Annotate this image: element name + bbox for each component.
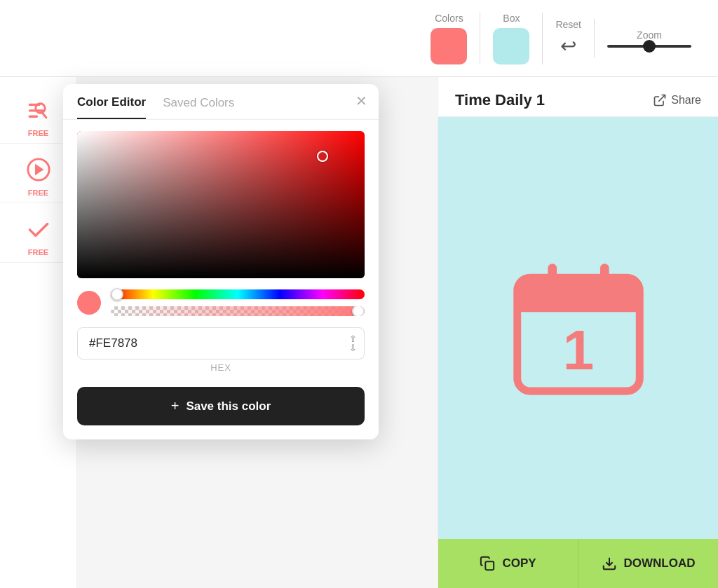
copy-label: COPY — [502, 556, 536, 570]
hex-label: HEX — [63, 362, 379, 373]
sliders-col — [111, 289, 365, 316]
hue-slider[interactable] — [111, 289, 365, 299]
svg-rect-2 — [28, 116, 37, 118]
hex-arrows[interactable]: ⇧ ⇩ — [342, 334, 364, 353]
svg-rect-8 — [600, 264, 609, 287]
list-icon — [21, 93, 56, 128]
svg-rect-10 — [486, 561, 494, 570]
svg-rect-7 — [548, 264, 557, 287]
colors-button[interactable] — [431, 28, 467, 64]
alpha-slider-wrap — [111, 306, 365, 316]
box-button[interactable] — [493, 28, 529, 64]
copy-button[interactable]: COPY — [438, 539, 578, 588]
box-label: Box — [503, 13, 520, 24]
panel-title: Time Daily 1 — [455, 91, 545, 109]
colors-section: Colors — [418, 13, 480, 64]
tab-color-editor[interactable]: Color Editor — [77, 95, 146, 119]
sidebar-item-list-badge: FREE — [28, 129, 48, 137]
reset-icon[interactable]: ↩ — [560, 34, 576, 57]
icon-preview-area: 1 — [438, 117, 718, 539]
sliders-wrap — [63, 278, 379, 316]
toolbar: Colors Box Reset ↩ Zoom — [0, 0, 718, 77]
tab-saved-colors[interactable]: Saved Colors — [163, 96, 234, 118]
sidebar-item-forward-badge: FREE — [28, 189, 48, 197]
share-button[interactable]: Share — [653, 93, 701, 107]
forward-icon — [21, 152, 56, 187]
arrow-down-icon: ⇩ — [349, 343, 357, 353]
save-color-button[interactable]: + Save this color — [77, 387, 365, 425]
checkmark-icon — [21, 212, 56, 247]
sidebar-item-check-badge: FREE — [28, 248, 48, 257]
right-panel-header: Time Daily 1 Share — [438, 77, 718, 117]
panel-tabs: Color Editor Saved Colors ✕ — [63, 84, 379, 120]
copy-icon — [480, 556, 495, 571]
colors-label: Colors — [435, 13, 463, 24]
download-button[interactable]: DOWNLOAD — [578, 539, 718, 588]
hex-input[interactable] — [78, 328, 342, 359]
zoom-label: Zoom — [637, 29, 662, 41]
main-area: FREE FREE FREE Time Dail — [0, 77, 718, 588]
alpha-slider[interactable] — [111, 306, 365, 316]
zoom-slider[interactable] — [607, 45, 691, 48]
color-editor-panel: Color Editor Saved Colors ✕ — [63, 84, 379, 439]
box-section: Box — [480, 13, 543, 64]
save-plus-icon: + — [171, 398, 180, 414]
share-icon — [653, 93, 667, 107]
download-icon — [602, 556, 617, 571]
svg-line-5 — [659, 95, 665, 102]
color-gradient-picker[interactable] — [77, 131, 365, 278]
zoom-slider-wrap — [607, 45, 691, 48]
color-preview-dot — [77, 291, 101, 315]
zoom-section: Zoom — [595, 29, 704, 48]
right-panel: Time Daily 1 Share 1 — [438, 77, 718, 588]
save-color-label: Save this color — [186, 399, 271, 413]
download-label: DOWNLOAD — [624, 556, 696, 570]
close-button[interactable]: ✕ — [355, 93, 367, 109]
reset-label: Reset — [555, 19, 581, 30]
action-bar: COPY DOWNLOAD — [438, 539, 718, 588]
svg-text:1: 1 — [562, 319, 594, 381]
hex-input-wrap: ⇧ ⇩ — [77, 327, 365, 360]
share-label: Share — [671, 94, 701, 107]
calendar-svg-icon: 1 — [508, 254, 649, 402]
reset-section: Reset ↩ — [543, 19, 595, 57]
